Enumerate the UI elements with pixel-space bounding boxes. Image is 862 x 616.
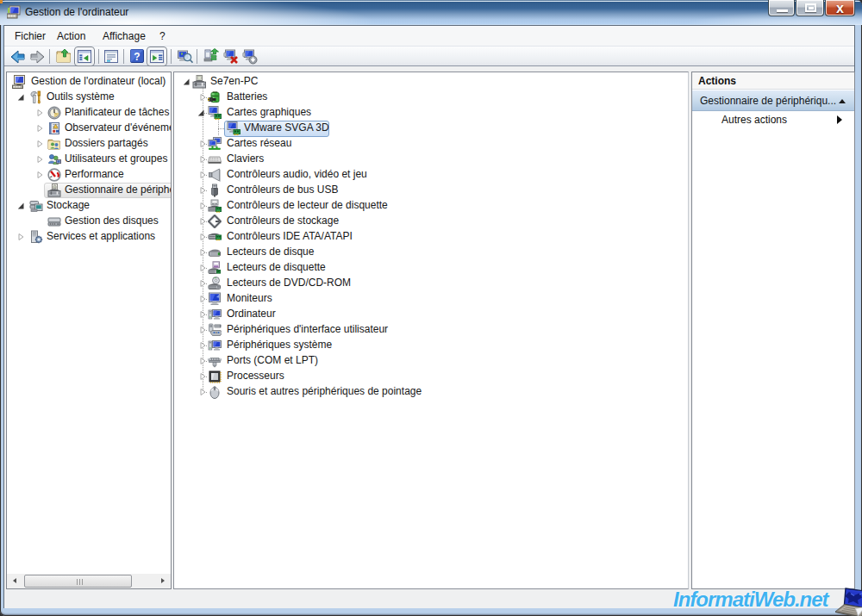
svg-text:?: ?: [134, 51, 140, 63]
